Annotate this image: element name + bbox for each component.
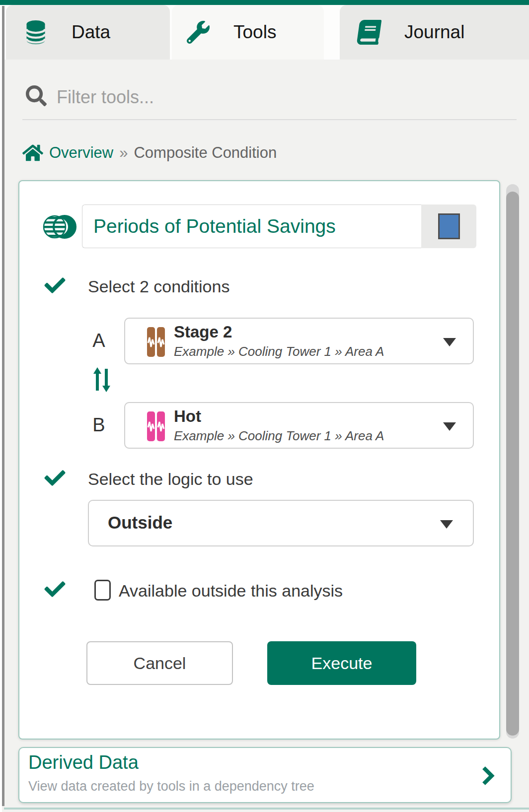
search-row (0, 79, 529, 114)
wrench-icon (187, 21, 210, 44)
available-outside-checkbox[interactable] (94, 580, 111, 601)
breadcrumb-overview-link[interactable]: Overview (49, 144, 113, 162)
composite-condition-icon (42, 211, 77, 242)
journal-book-icon (356, 20, 382, 45)
home-icon[interactable] (22, 143, 43, 162)
step-complete-check-icon (43, 468, 67, 488)
condition-a-dropdown[interactable]: Stage 2 Example » Cooling Tower 1 » Area… (124, 318, 474, 364)
breadcrumb: Overview » Composite Condition (22, 140, 514, 165)
tool-title-row (19, 204, 499, 248)
result-name-input[interactable] (82, 204, 421, 248)
available-outside-label: Available outside this analysis (119, 581, 343, 601)
color-swatch (438, 213, 460, 239)
chevron-down-icon (443, 338, 456, 346)
panel-splitter[interactable] (2, 6, 4, 806)
swap-conditions-button[interactable] (92, 366, 112, 394)
condition-icon (147, 411, 165, 442)
condition-icon (147, 327, 165, 357)
search-icon (26, 85, 47, 106)
scrollbar-thumb[interactable] (506, 192, 519, 736)
color-swatch-button[interactable] (421, 204, 476, 248)
filter-tools-input[interactable] (56, 79, 495, 115)
tab-journal[interactable]: Journal (340, 5, 529, 60)
condition-b-path: Example » Cooling Tower 1 » Area A (174, 428, 384, 444)
chevron-down-icon (443, 422, 456, 431)
condition-a-name: Stage 2 (174, 323, 232, 341)
divider (22, 119, 517, 120)
condition-a-key: A (84, 330, 114, 351)
tab-tools[interactable]: Tools (172, 5, 324, 60)
seeq-tools-sidebar: Data Tools Journal Overview » Com (0, 0, 529, 812)
chevron-right-icon (482, 766, 495, 786)
step-complete-check-icon (43, 579, 67, 600)
database-icon (25, 20, 47, 45)
step-complete-check-icon (43, 275, 67, 296)
tab-tools-label: Tools (233, 22, 276, 43)
bottom-divider (4, 808, 529, 810)
execute-button[interactable]: Execute (267, 641, 416, 685)
condition-b-name: Hot (174, 407, 201, 426)
breadcrumb-current: Composite Condition (134, 144, 277, 162)
derived-data-card[interactable]: Derived Data View data created by tools … (18, 747, 512, 803)
condition-b-key: B (84, 414, 114, 436)
breadcrumb-separator: » (119, 144, 128, 162)
step-logic-label: Select the logic to use (88, 470, 253, 489)
tab-data[interactable]: Data (6, 5, 170, 60)
composite-condition-panel: Select 2 conditions A Stage 2 Example » … (18, 180, 500, 740)
logic-dropdown[interactable]: Outside (88, 500, 474, 546)
cancel-button[interactable]: Cancel (86, 641, 233, 685)
condition-a-path: Example » Cooling Tower 1 » Area A (174, 344, 384, 359)
chevron-down-icon (440, 520, 453, 529)
tab-journal-label: Journal (404, 22, 464, 43)
derived-data-title: Derived Data (28, 752, 139, 773)
tab-strip: Data Tools Journal (0, 5, 529, 60)
tab-data-label: Data (72, 22, 110, 43)
derived-data-subtitle: View data created by tools in a dependen… (28, 779, 314, 794)
logic-selected-value: Outside (108, 513, 172, 533)
condition-b-dropdown[interactable]: Hot Example » Cooling Tower 1 » Area A (124, 402, 474, 449)
step-conditions-label: Select 2 conditions (88, 277, 229, 296)
